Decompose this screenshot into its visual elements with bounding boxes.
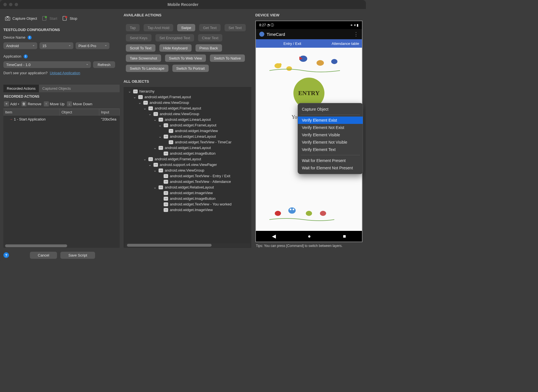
tree-node[interactable]: ⌄⋯android.widget.FrameLayout	[125, 106, 250, 111]
context-item-wait-for-element-present[interactable]: Wait for Element Present	[298, 157, 363, 164]
context-item-verify-element-not-exist[interactable]: Verify Element Not Exist	[298, 124, 363, 131]
action-send-keys[interactable]: Send Keys	[126, 34, 151, 41]
cancel-button[interactable]: Cancel	[30, 252, 57, 259]
action-get-text[interactable]: Get Text	[199, 24, 221, 31]
tree-node[interactable]: ⌄⋯android.view.ViewGroup	[125, 168, 250, 173]
action-tap[interactable]: Tap	[126, 24, 140, 31]
tree-twisty-icon[interactable]: ⌄	[153, 145, 157, 151]
moveup-button[interactable]: ↑ Move Up	[44, 101, 65, 106]
save-script-button[interactable]: Save Script	[60, 252, 95, 259]
action-scroll-to-text[interactable]: Scroll To Text	[126, 44, 155, 52]
tree-node[interactable]: ⌄⋯android.widget.RelativeLayout	[125, 185, 250, 190]
start-button[interactable]: Start	[40, 14, 58, 23]
tree-node[interactable]: ⌄⋯android.widget.LinearLayout	[125, 134, 250, 139]
tree-twisty-icon[interactable]	[158, 202, 162, 207]
tree-node[interactable]: ⋯android.widget.ImageView	[125, 190, 250, 196]
tree-twisty-icon[interactable]: ⌄	[148, 162, 152, 168]
tree-twisty-icon[interactable]	[158, 173, 162, 179]
movedown-button[interactable]: ↓ Move Down	[67, 101, 93, 106]
context-item-verify-element-visible[interactable]: Verify Element Visible	[298, 131, 363, 139]
tree-node[interactable]: ⌄⋯android.widget.FrameLayout	[125, 94, 250, 100]
tree-twisty-icon[interactable]: ⌄	[128, 89, 131, 94]
tree-twisty-icon[interactable]: ⌄	[138, 100, 142, 106]
application-select[interactable]: TimeCard - 1.0	[3, 61, 91, 68]
version-select[interactable]: 15	[39, 42, 73, 49]
nav-home-icon[interactable]: ●	[308, 233, 311, 239]
action-switch-to-native[interactable]: Switch To Native	[210, 54, 245, 62]
app-tab-entry-exit[interactable]: Entry / Exit	[256, 41, 329, 46]
context-item-verify-element-exist[interactable]: Verify Element Exist	[298, 117, 363, 124]
action-switch-to-portrait[interactable]: Switch To Portrait	[172, 65, 209, 72]
action-set-encrypted-text[interactable]: Set Encrypted Text	[155, 34, 194, 41]
maximize-window-icon[interactable]	[15, 3, 18, 6]
tree-node[interactable]: ⌄⋯android.view.ViewGroup	[125, 100, 250, 106]
tab-recorded-actions[interactable]: Recorded Actions	[3, 85, 39, 92]
capture-object-button[interactable]: Capture Object	[3, 14, 38, 23]
tree-node[interactable]: ⋯android.widget.TextView - Attendance	[125, 179, 250, 185]
tree-twisty-icon[interactable]: ⌄	[158, 122, 162, 128]
app-tab-attendance[interactable]: Attendance table	[329, 41, 362, 46]
tree-twisty-icon[interactable]	[158, 196, 162, 202]
tree-node[interactable]: ⋯android.widget.TextView - TimeCar	[125, 139, 250, 145]
context-item-verify-element-not-visible[interactable]: Verify Element Not Visible	[298, 139, 363, 146]
platform-select[interactable]: Android	[3, 42, 37, 49]
action-switch-to-web-view[interactable]: Switch To Web View	[165, 54, 206, 62]
tree-twisty-icon[interactable]	[158, 207, 162, 213]
tree-twisty-icon[interactable]: ⌄	[133, 94, 137, 100]
context-item-wait-for-element-not-present[interactable]: Wait for Element Not Present	[298, 164, 363, 172]
tree-twisty-icon[interactable]	[163, 139, 167, 145]
close-window-icon[interactable]	[3, 3, 7, 6]
tree-twisty-icon[interactable]: ⌄	[153, 168, 157, 173]
tree-node[interactable]: ⌄⋯android.widget.FrameLayout	[125, 156, 250, 162]
tree-node[interactable]: ⋯android.widget.TextView - Entry / Exit	[125, 173, 250, 179]
tree-twisty-icon[interactable]: ⌄	[143, 156, 147, 162]
action-swipe[interactable]: Swipe	[177, 24, 195, 31]
device-select[interactable]: Pixel 6 Pro	[76, 42, 109, 49]
tree-node[interactable]: ⌄⋯android.widget.FrameLayout	[125, 122, 250, 128]
nav-back-icon[interactable]: ◀	[272, 233, 276, 239]
tree-node[interactable]: ⌄⋯android.widget.LinearLayout	[125, 117, 250, 122]
add-button[interactable]: + Add ▾	[4, 101, 19, 106]
tree-node[interactable]: ⋯android.widget.ImageView	[125, 207, 250, 213]
col-object[interactable]: Object	[60, 109, 99, 116]
tree-twisty-icon[interactable]: ⌄	[143, 106, 147, 111]
remove-button[interactable]: 🗑 Remove	[21, 101, 41, 106]
action-switch-to-landscape[interactable]: Switch To Landscape	[126, 65, 168, 72]
minimize-window-icon[interactable]	[9, 3, 12, 6]
stop-button[interactable]: Stop	[61, 14, 78, 23]
nav-recent-icon[interactable]: ■	[343, 233, 346, 239]
action-clear-text[interactable]: Clear Text	[198, 34, 222, 41]
context-item-capture-object[interactable]: Capture Object	[298, 106, 363, 113]
help-icon[interactable]: ?	[3, 252, 9, 258]
tree-twisty-icon[interactable]: ⌄	[153, 117, 157, 122]
tree-node[interactable]: ⋯android.widget.TextView - You worked	[125, 202, 250, 207]
tree-twisty-icon[interactable]	[163, 128, 167, 134]
overflow-menu-icon[interactable]: ⋮	[353, 31, 359, 37]
tree-node[interactable]: ⌄⋯android.view.ViewGroup	[125, 111, 250, 117]
table-row[interactable]: → 1 - Start Application"20bc5ea	[3, 116, 120, 122]
upload-link[interactable]: Upload Application	[50, 71, 80, 75]
tree-node[interactable]: ⋯android.widget.ImageButton	[125, 151, 250, 156]
tree-node[interactable]: ⋯android.widget.ImageView	[125, 128, 250, 134]
horizontal-scrollbar[interactable]	[3, 244, 120, 248]
col-input[interactable]: Input	[99, 109, 120, 116]
tree-twisty-icon[interactable]: ⌄	[153, 185, 157, 190]
info-icon[interactable]: i	[28, 36, 32, 40]
col-item[interactable]: Item	[3, 109, 60, 116]
context-item-verify-element-text[interactable]: Verify Element Text	[298, 146, 363, 153]
tree-twisty-icon[interactable]	[158, 179, 162, 185]
tree-twisty-icon[interactable]	[158, 151, 162, 156]
action-take-screenshot[interactable]: Take Screenshot	[126, 54, 161, 62]
tree-twisty-icon[interactable]: ⌄	[148, 111, 152, 117]
tab-captured-objects[interactable]: Captured Objects	[39, 85, 74, 92]
refresh-button[interactable]: Refresh	[93, 61, 115, 68]
info-icon[interactable]: i	[24, 54, 28, 58]
tree-twisty-icon[interactable]	[158, 190, 162, 196]
tree-node[interactable]: ⌄⋯android.support.v4.view.ViewPager	[125, 162, 250, 168]
action-tap-and-hold[interactable]: Tap And Hold	[144, 24, 173, 31]
action-hide-keyboard[interactable]: Hide Keyboard	[159, 44, 192, 52]
tree-node[interactable]: ⌄⋯hierarchy	[125, 89, 250, 94]
tree-twisty-icon[interactable]: ⌄	[158, 134, 162, 139]
tree-node[interactable]: ⋯android.widget.ImageButton	[125, 196, 250, 202]
action-set-text[interactable]: Set Text	[225, 24, 246, 31]
